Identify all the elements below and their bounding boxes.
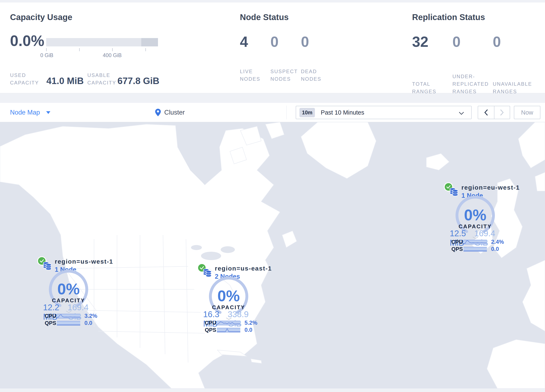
cpu-label: CPU [205,320,217,326]
capacity-percent: 0.0% [10,32,44,49]
capacity-bar [46,38,158,46]
time-range-badge: 10m [299,108,315,117]
usable-capacity-label: USABLE CAPACITY [87,71,119,87]
capacity-axis-tick [46,48,47,51]
next-time-button[interactable] [494,106,510,119]
replication-status-title: Replication Status [412,12,485,22]
chevron-left-icon [484,109,488,116]
capacity-axis-tick [145,48,146,51]
map-toolbar: Node Map Cluster 10m Past 10 Minutes Now [0,103,545,122]
qps-sparkline [217,328,240,333]
capacity-axis-label-0: 0 GiB [40,52,54,58]
region-name: region=us-west-1 [55,258,113,265]
map-pin-icon [155,109,161,116]
suspect-nodes-label: SUSPECT NODES [270,68,297,83]
cpu-label: CPU [451,239,464,245]
qps-label: QPS [451,246,464,252]
cluster-stats-panel: Capacity Usage 0.0% 0 GiB 400 GiB USED C… [0,2,545,93]
region-capacity-percent: 0% [208,287,249,305]
capacity-bar-dark-segment [141,38,158,46]
cpu-sparkline [217,321,240,325]
cpu-label: CPU [45,313,57,319]
cpu-sparkline [57,314,80,319]
region-marker-us-west-1[interactable]: region=us-west-1 1 Node 0% CAPACITY 12.2… [38,256,100,328]
cpu-value: 3.2% [84,313,97,319]
dead-nodes-label: DEAD NODES [301,68,326,83]
region-name: region=eu-west-1 [461,184,520,191]
qps-value: 0.0 [491,246,499,252]
time-range-value: Past 10 Minutes [321,109,364,116]
unavailable-ranges-label: UNAVAILABLE RANGES [493,80,533,95]
used-capacity-label: USED CAPACITY [10,71,42,87]
under-replicated-ranges-label: UNDER-REPLICATED RANGES [452,73,487,95]
used-capacity-value: 41.0 MiB [46,76,84,86]
view-selector-label: Node Map [10,109,40,116]
breadcrumb-cluster-label: Cluster [164,109,185,116]
capacity-axis-label-400: 400 GiB [103,52,122,58]
chevron-down-icon [46,111,50,114]
dead-nodes-value: 0 [301,33,331,50]
capacity-axis-tick [112,48,113,51]
now-button[interactable]: Now [514,106,540,119]
qps-label: QPS [45,320,57,326]
usable-capacity-value: 677.8 GiB [118,76,160,86]
capacity-axis-tick [79,48,80,51]
region-capacity-percent: 0% [454,206,496,224]
region-marker-eu-west-1[interactable]: region=eu-west-1 1 Node 0% CAPACITY 12.5… [444,182,507,254]
toolbar-divider [286,106,286,119]
chevron-right-icon [500,109,504,116]
qps-value: 0.0 [244,327,253,333]
region-marker-us-east-1[interactable]: region=us-east-1 2 Nodes 0% CAPACITY 16.… [198,263,260,335]
time-pager [478,106,510,119]
prev-time-button[interactable] [478,106,494,119]
qps-value: 0.0 [84,320,92,326]
region-capacity-percent: 0% [48,280,89,298]
region-name: region=us-east-1 [215,265,272,272]
world-map [0,122,545,388]
under-replicated-ranges-value: 0 [452,33,493,50]
unavailable-ranges-value: 0 [493,33,533,50]
breadcrumb[interactable]: Cluster [155,103,185,122]
cpu-sparkline [464,240,487,245]
qps-sparkline [464,247,487,252]
page-bottom-strip [0,388,545,392]
total-ranges-label: TOTAL RANGES [412,80,439,95]
suspect-nodes-value: 0 [270,33,301,50]
cpu-value: 2.4% [491,239,504,245]
total-ranges-value: 32 [412,33,452,50]
time-range-dropdown[interactable]: 10m Past 10 Minutes [296,106,472,119]
view-selector-dropdown[interactable]: Node Map [10,103,50,122]
capacity-usage-title: Capacity Usage [10,12,72,22]
live-nodes-label: LIVE NODES [240,68,265,83]
live-nodes-value: 4 [240,33,270,50]
node-status-title: Node Status [240,12,289,22]
node-map-canvas[interactable]: region=us-west-1 1 Node 0% CAPACITY 12.2… [0,122,545,388]
qps-sparkline [57,321,80,326]
chevron-down-icon [459,112,464,115]
cpu-value: 5.2% [244,320,257,326]
qps-label: QPS [205,327,217,333]
